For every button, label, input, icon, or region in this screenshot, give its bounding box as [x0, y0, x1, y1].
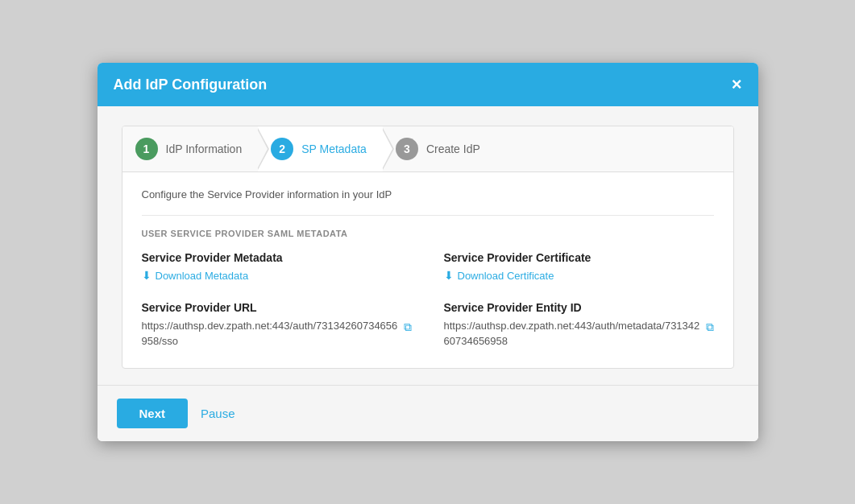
modal-title: Add IdP Configuration: [114, 76, 268, 93]
sp-entity-title: Service Provider Entity ID: [444, 301, 714, 314]
sp-certificate-block: Service Provider Certificate ⬇ Download …: [444, 251, 714, 282]
sp-url-title: Service Provider URL: [142, 301, 412, 314]
download-metadata-link[interactable]: ⬇ Download Metadata: [142, 269, 412, 282]
step-1-label: IdP Information: [166, 143, 243, 155]
sp-metadata-title: Service Provider Metadata: [142, 251, 412, 264]
modal-body: 1 IdP Information 2 SP Metadata 3 Create…: [98, 106, 758, 384]
section-label: USER SERVICE PROVIDER SAML METADATA: [142, 229, 714, 238]
sp-url-copy-icon[interactable]: ⧉: [404, 320, 412, 336]
step-2-number: 2: [271, 138, 293, 160]
download-metadata-label: Download Metadata: [156, 270, 249, 282]
sp-entity-value: https://authsp.dev.zpath.net:443/auth/me…: [444, 319, 714, 348]
step-2-item[interactable]: 2 SP Metadata: [258, 126, 383, 171]
sp-url-value: https://authsp.dev.zpath.net:443/auth/73…: [142, 319, 412, 348]
step-3-item[interactable]: 3 Create IdP: [383, 126, 496, 171]
steps-header: 1 IdP Information 2 SP Metadata 3 Create…: [122, 126, 733, 172]
step-1-number: 1: [135, 138, 158, 160]
modal-header: Add IdP Configuration ×: [98, 63, 758, 106]
config-description: Configure the Service Provider informati…: [142, 188, 714, 200]
steps-content: Configure the Service Provider informati…: [122, 172, 733, 367]
next-button[interactable]: Next: [117, 399, 189, 428]
step-1-item[interactable]: 1 IdP Information: [122, 126, 259, 171]
steps-container: 1 IdP Information 2 SP Metadata 3 Create…: [122, 126, 734, 368]
modal-footer: Next Pause: [98, 385, 758, 441]
divider: [142, 215, 714, 216]
sp-certificate-title: Service Provider Certificate: [444, 251, 714, 264]
download-certificate-link[interactable]: ⬇ Download Certificate: [444, 269, 714, 282]
pause-button[interactable]: Pause: [201, 407, 235, 420]
step-2-label: SP Metadata: [301, 143, 367, 155]
sp-url-block: Service Provider URL https://authsp.dev.…: [142, 301, 412, 348]
add-idp-modal: Add IdP Configuration × 1 IdP Informatio…: [98, 63, 758, 440]
sp-entity-copy-icon[interactable]: ⧉: [706, 320, 714, 336]
download-certificate-label: Download Certificate: [458, 270, 554, 282]
sp-metadata-block: Service Provider Metadata ⬇ Download Met…: [142, 251, 412, 282]
step-3-number: 3: [396, 138, 418, 160]
sp-entity-block: Service Provider Entity ID https://auths…: [444, 301, 714, 348]
step-3-label: Create IdP: [426, 143, 480, 155]
close-button[interactable]: ×: [732, 76, 742, 93]
info-grid: Service Provider Metadata ⬇ Download Met…: [142, 251, 714, 348]
download-metadata-icon: ⬇: [142, 269, 151, 282]
download-certificate-icon: ⬇: [444, 269, 454, 282]
